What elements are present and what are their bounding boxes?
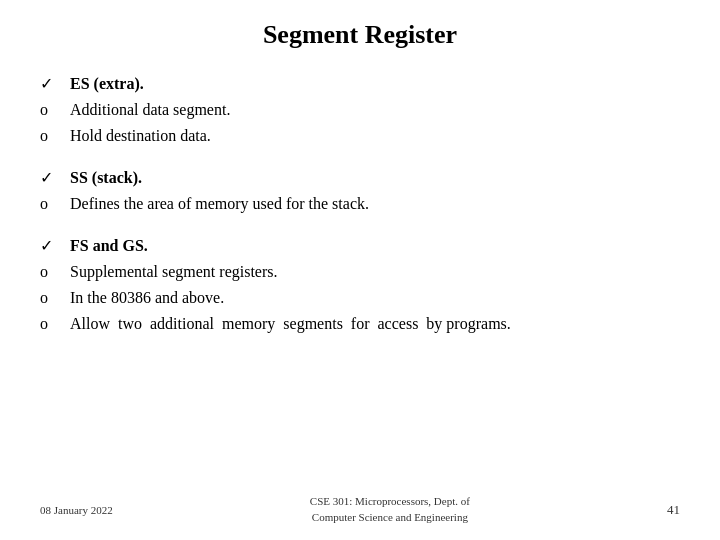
es-text-2: Hold destination data. [70, 124, 680, 148]
fsgs-item-1: o Supplemental segment registers. [40, 260, 680, 284]
es-item-2: o Hold destination data. [40, 124, 680, 148]
slide-title: Segment Register [40, 20, 680, 50]
fsgs-text-3: Allow two additional memory segments for… [70, 312, 680, 336]
section-es-header: ✓ ES (extra). [40, 72, 680, 96]
slide-content: ✓ ES (extra). o Additional data segment.… [40, 72, 680, 486]
bullet-fsgs-3: o [40, 312, 70, 336]
bullet-fsgs-2: o [40, 286, 70, 310]
ss-item-1: o Defines the area of memory used for th… [40, 192, 680, 216]
footer-center-line2: Computer Science and Engineering [310, 510, 470, 525]
bullet-es-2: o [40, 124, 70, 148]
bullet-es-1: o [40, 98, 70, 122]
slide-footer: 08 January 2022 CSE 301: Microprocessors… [40, 486, 680, 525]
es-text-1: Additional data segment. [70, 98, 680, 122]
section-fsgs: ✓ FS and GS. o Supplemental segment regi… [40, 234, 680, 338]
section-fsgs-header: ✓ FS and GS. [40, 234, 680, 258]
es-item-1: o Additional data segment. [40, 98, 680, 122]
check-icon-es: ✓ [40, 72, 70, 96]
footer-date: 08 January 2022 [40, 504, 113, 516]
fsgs-text-2: In the 80386 and above. [70, 286, 680, 310]
footer-institution: CSE 301: Microprocessors, Dept. of Compu… [310, 494, 470, 525]
section-ss-header: ✓ SS (stack). [40, 166, 680, 190]
fsgs-text-1: Supplemental segment registers. [70, 260, 680, 284]
ss-text-1: Defines the area of memory used for the … [70, 192, 680, 216]
slide-container: Segment Register ✓ ES (extra). o Additio… [0, 0, 720, 540]
fsgs-header-text: FS and GS. [70, 234, 680, 258]
footer-center-line1: CSE 301: Microprocessors, Dept. of [310, 494, 470, 509]
es-header-text: ES (extra). [70, 72, 680, 96]
fsgs-item-2: o In the 80386 and above. [40, 286, 680, 310]
fsgs-item-3: o Allow two additional memory segments f… [40, 312, 680, 336]
section-es: ✓ ES (extra). o Additional data segment.… [40, 72, 680, 150]
section-ss: ✓ SS (stack). o Defines the area of memo… [40, 166, 680, 218]
footer-page-number: 41 [667, 502, 680, 518]
bullet-fsgs-1: o [40, 260, 70, 284]
ss-header-text: SS (stack). [70, 166, 680, 190]
check-icon-fsgs: ✓ [40, 234, 70, 258]
check-icon-ss: ✓ [40, 166, 70, 190]
bullet-ss-1: o [40, 192, 70, 216]
